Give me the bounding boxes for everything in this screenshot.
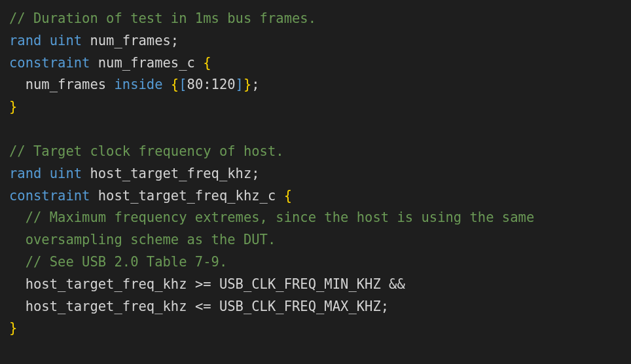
operator-and: && bbox=[389, 276, 405, 292]
type-uint: uint bbox=[50, 166, 82, 181]
keyword-constraint: constraint bbox=[9, 55, 90, 71]
comment-line: // Maximum frequency extremes, since the… bbox=[26, 209, 535, 225]
comment-line: // Target clock frequency of host. bbox=[9, 143, 284, 159]
number-literal: 80 bbox=[187, 77, 204, 92]
comment-line: oversampling scheme as the DUT. bbox=[26, 232, 276, 247]
comment-line: // See USB 2.0 Table 7-9. bbox=[26, 254, 228, 270]
close-brace: } bbox=[9, 320, 17, 336]
keyword-constraint: constraint bbox=[9, 188, 90, 204]
keyword-rand: rand bbox=[9, 33, 41, 48]
ident-num-frames: num_frames bbox=[26, 77, 106, 92]
code-editor[interactable]: // Duration of test in 1ms bus frames. r… bbox=[0, 0, 631, 348]
open-bracket: [ bbox=[179, 77, 187, 92]
operator-le: <= bbox=[195, 299, 211, 314]
type-uint: uint bbox=[50, 33, 82, 48]
keyword-inside: inside bbox=[114, 77, 162, 92]
open-brace: { bbox=[171, 77, 179, 92]
open-brace: { bbox=[203, 55, 211, 71]
ident-min-const: USB_CLK_FREQ_MIN_KHZ bbox=[219, 276, 381, 292]
ident-num-frames-c: num_frames_c bbox=[98, 55, 195, 71]
operator-ge: >= bbox=[195, 276, 211, 292]
semicolon: ; bbox=[251, 166, 259, 181]
ident-host-freq: host_target_freq_khz bbox=[26, 299, 187, 314]
close-brace: } bbox=[243, 77, 251, 92]
semicolon: ; bbox=[251, 77, 259, 92]
ident-host-freq: host_target_freq_khz bbox=[90, 166, 251, 181]
ident-host-freq-c: host_target_freq_khz_c bbox=[98, 188, 276, 204]
open-brace: { bbox=[284, 188, 292, 204]
ident-num-frames: num_frames bbox=[90, 33, 170, 48]
ident-max-const: USB_CLK_FREQ_MAX_KHZ bbox=[219, 299, 381, 314]
close-bracket: ] bbox=[236, 77, 243, 92]
comment-line: // Duration of test in 1ms bus frames. bbox=[9, 10, 316, 26]
ident-host-freq: host_target_freq_khz bbox=[26, 276, 187, 292]
semicolon: ; bbox=[171, 33, 179, 48]
semicolon: ; bbox=[381, 299, 389, 314]
number-literal: 120 bbox=[211, 77, 236, 92]
colon: : bbox=[203, 77, 211, 92]
close-brace: } bbox=[9, 99, 17, 115]
keyword-rand: rand bbox=[9, 166, 41, 181]
